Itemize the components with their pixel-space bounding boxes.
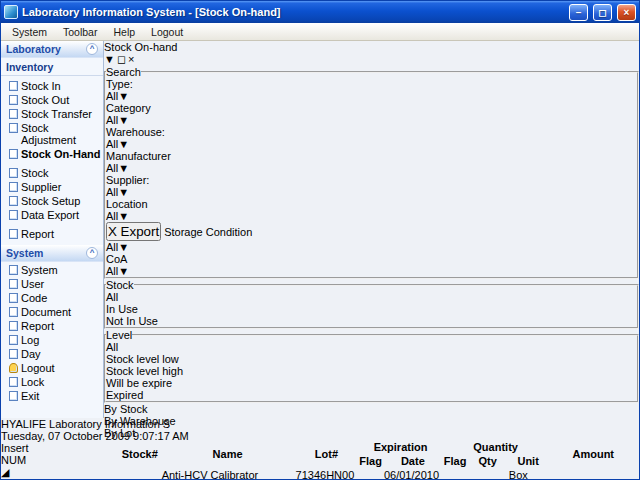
menu-item-system[interactable]: System — [5, 25, 54, 39]
stock-icon — [9, 168, 18, 178]
coa-label: CoA — [106, 253, 127, 265]
storage-condition-select-value: All — [106, 241, 118, 253]
sidebar-item-exit[interactable]: Exit — [1, 389, 103, 403]
radio-will-be-expire[interactable]: Will be expire — [106, 377, 637, 389]
key-icon — [9, 363, 18, 373]
menu-item-help[interactable]: Help — [106, 25, 142, 39]
lock-icon — [9, 377, 18, 387]
sidebar-item-report[interactable]: Report — [1, 319, 103, 333]
radio-not-in-use[interactable]: Not In Use — [106, 315, 637, 327]
manufacturer-label: Manufacturer — [106, 150, 171, 162]
export-button-label: Export — [121, 224, 160, 239]
type-select[interactable]: All▼ — [106, 90, 637, 102]
manufacturer-select[interactable]: All▼ — [106, 162, 637, 174]
sidebar-item-data-export[interactable]: Data Export — [1, 208, 103, 222]
sidebar-subheader-inventory: Inventory — [1, 58, 103, 76]
search-area: Search Type: All▼ Category All▼ Warehous… — [104, 66, 639, 403]
sidebar-item-logout[interactable]: Logout — [1, 361, 103, 375]
main-panel: Stock On-hand ▼◻× Search Type: All▼ Cate… — [104, 41, 639, 418]
sidebar-item-report[interactable]: Report — [1, 227, 103, 241]
menu-item-toolbar[interactable]: Toolbar — [56, 25, 104, 39]
sidebar-header-system[interactable]: System ^ — [1, 245, 103, 262]
sidebar-item-stock-out[interactable]: Stock Out — [1, 93, 103, 107]
level-filter-groupbox: Level AllStock level lowStock level high… — [104, 329, 639, 403]
user-icon — [9, 279, 18, 289]
category-select[interactable]: All▼ — [106, 114, 637, 126]
chevron-up-icon[interactable]: ^ — [86, 43, 98, 55]
type-select-value: All — [106, 90, 118, 102]
status-datetime: Tuesday, 07 October 2009 9:07:17 AM — [1, 430, 639, 442]
dropdown-icon[interactable]: ▼ — [104, 53, 115, 66]
system-header-label: System — [6, 247, 43, 259]
warehouse-select-value: All — [106, 138, 118, 150]
sidebar-header-laboratory[interactable]: Laboratory ^ — [1, 41, 103, 58]
status-bar: HYALIFE Laboratory Information S Tuesday… — [1, 418, 639, 479]
chevron-down-icon: ▼ — [118, 241, 129, 253]
sidebar-item-stock-on-hand[interactable]: Stock On-Hand — [1, 147, 103, 161]
radio-stock-level-high[interactable]: Stock level high — [106, 365, 637, 377]
close-icon[interactable]: × — [128, 53, 134, 66]
minimize-button[interactable]: – — [569, 4, 588, 21]
sidebar-item-user[interactable]: User — [1, 277, 103, 291]
storage-condition-label: Storage Condition — [164, 226, 252, 238]
app-icon — [4, 5, 18, 19]
resize-grip[interactable]: ◢ — [1, 466, 9, 478]
status-num-lock: NUM — [1, 454, 639, 466]
status-insert-mode: Insert — [1, 442, 639, 454]
close-button[interactable]: × — [617, 4, 636, 21]
search-groupbox: Search Type: All▼ Category All▼ Warehous… — [104, 66, 639, 279]
storage-condition-select[interactable]: All▼ — [106, 241, 637, 253]
inventory-items: Stock InStock OutStock TransferStock Adj… — [1, 78, 103, 165]
exit-icon — [9, 391, 18, 401]
export-button[interactable]: X Export — [106, 222, 161, 241]
stock-items: StockSupplierStock SetupData Export — [1, 165, 103, 226]
log-icon — [9, 335, 18, 345]
sidebar-item-lock[interactable]: Lock — [1, 375, 103, 389]
page-toolbar: ▼◻× — [104, 53, 639, 66]
location-select-value: All — [106, 210, 118, 222]
sidebar-item-stock-in[interactable]: Stock In — [1, 79, 103, 93]
sidebar-item-stock-setup[interactable]: Stock Setup — [1, 194, 103, 208]
chevron-down-icon: ▼ — [118, 265, 129, 277]
stock-in-icon — [9, 81, 18, 91]
chevron-down-icon: ▼ — [118, 186, 129, 198]
window-title: Laboratory Information System - [Stock O… — [22, 6, 564, 18]
day-icon — [9, 349, 18, 359]
sidebar-item-log[interactable]: Log — [1, 333, 103, 347]
sidebar-item-stock-transfer[interactable]: Stock Transfer — [1, 107, 103, 121]
stock-transfer-icon — [9, 109, 18, 119]
laboratory-header-label: Laboratory — [6, 43, 61, 55]
radio-stock-level-low[interactable]: Stock level low — [106, 353, 637, 365]
report-items: Report — [1, 226, 103, 245]
coa-select[interactable]: All▼ — [106, 265, 637, 277]
menu-item-logout[interactable]: Logout — [144, 25, 190, 39]
warehouse-label: Warehouse: — [106, 126, 165, 138]
system-items: SystemUserCodeDocumentReportLogDayLogout… — [1, 262, 103, 407]
maximize-button[interactable]: ◻ — [593, 4, 612, 21]
radio-expired[interactable]: Expired — [106, 389, 637, 401]
tab-by-stock[interactable]: By Stock — [104, 403, 639, 415]
restore-icon[interactable]: ◻ — [117, 53, 126, 66]
sidebar-item-code[interactable]: Code — [1, 291, 103, 305]
radio-all[interactable]: All — [106, 341, 637, 353]
sidebar-item-system[interactable]: System — [1, 263, 103, 277]
level-radios: AllStock level lowStock level highWill b… — [106, 341, 637, 401]
sidebar-item-stock[interactable]: Stock — [1, 166, 103, 180]
code-icon — [9, 293, 18, 303]
chevron-up-icon[interactable]: ^ — [86, 247, 98, 259]
chevron-down-icon: ▼ — [118, 90, 129, 102]
location-select[interactable]: All▼ — [106, 210, 637, 222]
sidebar-item-document[interactable]: Document — [1, 305, 103, 319]
data-export-icon — [9, 210, 18, 220]
radio-all[interactable]: All — [106, 291, 637, 303]
excel-icon: X — [108, 224, 117, 239]
warehouse-select[interactable]: All▼ — [106, 138, 637, 150]
status-app-name: HYALIFE Laboratory Information S — [1, 418, 639, 430]
supplier-select[interactable]: All▼ — [106, 186, 637, 198]
sidebar-item-day[interactable]: Day — [1, 347, 103, 361]
sidebar-item-supplier[interactable]: Supplier — [1, 180, 103, 194]
radio-in-use[interactable]: In Use — [106, 303, 637, 315]
report-icon — [9, 321, 18, 331]
stock-adjustment-icon — [9, 123, 18, 133]
sidebar-item-stock-adjustment[interactable]: Stock Adjustment — [1, 121, 103, 147]
